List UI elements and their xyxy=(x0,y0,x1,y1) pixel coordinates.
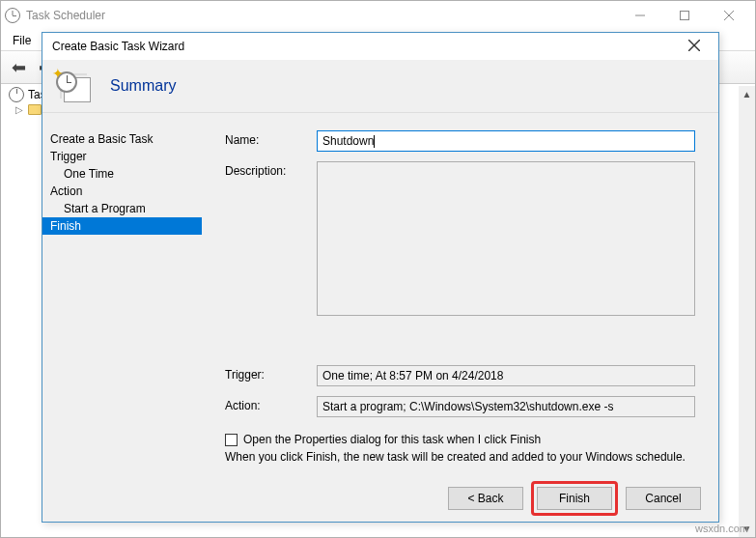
window-controls xyxy=(618,1,751,30)
open-properties-row: Open the Properties dialog for this task… xyxy=(225,433,695,446)
expand-caret-icon[interactable]: ▷ xyxy=(14,104,24,115)
dialog-title: Create Basic Task Wizard xyxy=(52,40,184,53)
description-input[interactable] xyxy=(317,161,695,316)
wizard-sidebar: Create a Basic Task Trigger One Time Act… xyxy=(42,113,202,475)
action-row: Action: Start a program; C:\Windows\Syst… xyxy=(225,396,695,417)
cancel-button[interactable]: Cancel xyxy=(626,487,701,510)
trigger-label: Trigger: xyxy=(225,365,317,382)
dialog-header: ✦ Summary xyxy=(42,60,718,113)
dialog-heading: Summary xyxy=(110,77,176,95)
svg-rect-1 xyxy=(681,12,689,20)
action-value: Start a program; C:\Windows\System32\shu… xyxy=(317,396,695,417)
window-title: Task Scheduler xyxy=(26,9,105,22)
description-row: Description: xyxy=(225,161,695,316)
minimize-button[interactable] xyxy=(618,1,662,30)
maximize-button[interactable] xyxy=(662,1,707,30)
task-scheduler-window: Task Scheduler File ⬅ ➡ Tas ▷ ▲ ▼ xyxy=(0,0,756,538)
trigger-value: One time; At 8:57 PM on 4/24/2018 xyxy=(317,365,695,386)
name-label: Name: xyxy=(225,130,317,147)
sidebar-item-action[interactable]: Action xyxy=(42,183,202,200)
dialog-body: Create a Basic Task Trigger One Time Act… xyxy=(42,113,718,475)
scroll-track[interactable] xyxy=(739,102,755,521)
open-properties-checkbox[interactable] xyxy=(225,434,238,446)
watermark: wsxdn.com xyxy=(695,523,748,534)
scroll-up-icon[interactable]: ▲ xyxy=(739,86,755,102)
dialog-close-button[interactable] xyxy=(680,39,709,54)
sidebar-item-finish[interactable]: Finish xyxy=(42,217,202,235)
sidebar-item-onetime[interactable]: One Time xyxy=(42,165,202,183)
close-button[interactable] xyxy=(707,1,751,30)
open-properties-label: Open the Properties dialog for this task… xyxy=(243,433,541,446)
name-input[interactable]: Shutdown xyxy=(317,130,695,152)
text-cursor xyxy=(374,135,375,148)
dialog-content: Name: Shutdown Description: Trigger: One… xyxy=(202,113,718,475)
sidebar-item-trigger[interactable]: Trigger xyxy=(42,148,202,165)
calendar-clock-icon: ✦ xyxy=(58,70,91,102)
main-titlebar: Task Scheduler xyxy=(1,1,755,30)
clock-icon xyxy=(9,87,24,102)
finish-button[interactable]: Finish xyxy=(537,487,612,510)
file-menu[interactable]: File xyxy=(5,32,39,49)
finish-highlight: Finish xyxy=(531,481,618,516)
sidebar-item-create[interactable]: Create a Basic Task xyxy=(42,130,202,148)
wizard-dialog: Create Basic Task Wizard ✦ Summary Creat… xyxy=(42,32,719,523)
folder-icon xyxy=(28,104,42,115)
trigger-row: Trigger: One time; At 8:57 PM on 4/24/20… xyxy=(225,365,695,386)
dialog-footer: < Back Finish Cancel xyxy=(42,475,718,522)
right-scrollbar[interactable]: ▲ ▼ xyxy=(739,86,755,537)
clock-icon xyxy=(5,8,20,23)
description-label: Description: xyxy=(225,161,317,178)
action-label: Action: xyxy=(225,396,317,412)
name-value: Shutdown xyxy=(322,134,374,148)
back-arrow-icon[interactable]: ⬅ xyxy=(7,56,30,79)
sidebar-item-startprogram[interactable]: Start a Program xyxy=(42,200,202,217)
back-button[interactable]: < Back xyxy=(448,487,523,510)
name-row: Name: Shutdown xyxy=(225,130,695,152)
hint-text: When you click Finish, the new task will… xyxy=(225,450,695,464)
dialog-titlebar: Create Basic Task Wizard xyxy=(42,33,718,60)
